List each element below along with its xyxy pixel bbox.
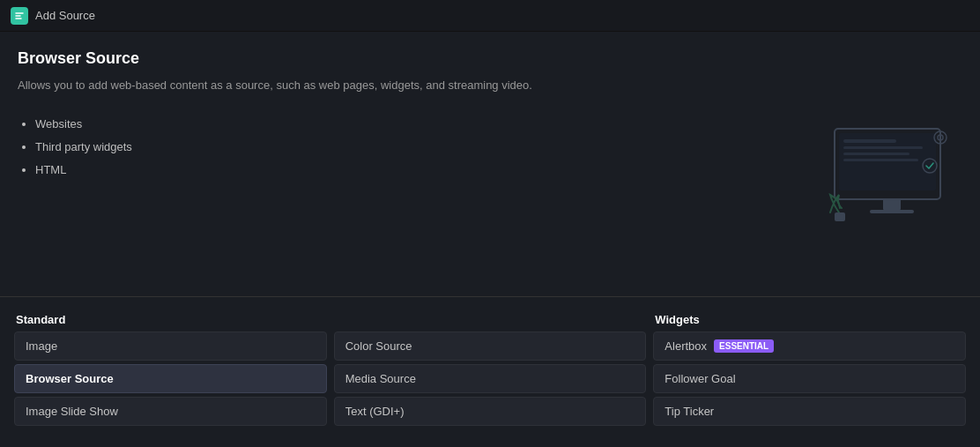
source-item-text-gdi[interactable]: Text (GDI+) (334, 397, 647, 426)
source-item-image-slide-show[interactable]: Image Slide Show (14, 397, 327, 426)
source-title: Browser Source (18, 49, 804, 68)
preview-content: Browser Source Allows you to add web-bas… (18, 49, 821, 287)
svg-rect-12 (835, 212, 845, 221)
feature-item-websites: Websites (35, 113, 804, 136)
feature-item-widgets: Third party widgets (35, 136, 804, 159)
title-bar-text: Add Source (35, 9, 95, 22)
source-item-media-source[interactable]: Media Source (334, 364, 647, 393)
source-item-tip-ticker[interactable]: Tip Ticker (653, 397, 966, 426)
title-bar: Add Source (0, 0, 980, 32)
preview-illustration (821, 49, 962, 287)
preview-section: Browser Source Allows you to add web-bas… (0, 32, 980, 296)
app-icon (11, 7, 28, 25)
sources-section: Standard Image Browser Source Image Slid… (0, 306, 980, 436)
section-divider (0, 296, 980, 297)
source-description: Allows you to add web-based content as a… (18, 77, 635, 95)
source-item-alertbox[interactable]: Alertbox Essential (653, 332, 966, 361)
svg-rect-7 (883, 199, 901, 210)
source-item-color-source[interactable]: Color Source (334, 332, 647, 361)
svg-rect-3 (843, 139, 896, 143)
essential-badge: Essential (714, 339, 774, 353)
source-features-list: Websites Third party widgets HTML (18, 113, 804, 182)
svg-rect-5 (843, 153, 909, 155)
svg-rect-8 (870, 210, 914, 213)
svg-rect-4 (843, 146, 923, 149)
sources-grid: Standard Image Browser Source Image Slid… (14, 313, 966, 429)
widgets-label: Widgets (653, 313, 966, 326)
standard-column-1: Standard Image Browser Source Image Slid… (14, 313, 327, 429)
standard-label: Standard (14, 313, 327, 326)
source-item-browser-source[interactable]: Browser Source (14, 364, 327, 393)
source-item-image[interactable]: Image (14, 332, 327, 361)
standard-column-2: Color Source Media Source Text (GDI+) (334, 313, 647, 429)
svg-rect-6 (843, 159, 918, 161)
standard-label-2 (334, 313, 647, 326)
widgets-column: Widgets Alertbox Essential Follower Goal… (653, 313, 966, 429)
feature-item-html: HTML (35, 159, 804, 182)
source-item-follower-goal[interactable]: Follower Goal (653, 364, 966, 393)
